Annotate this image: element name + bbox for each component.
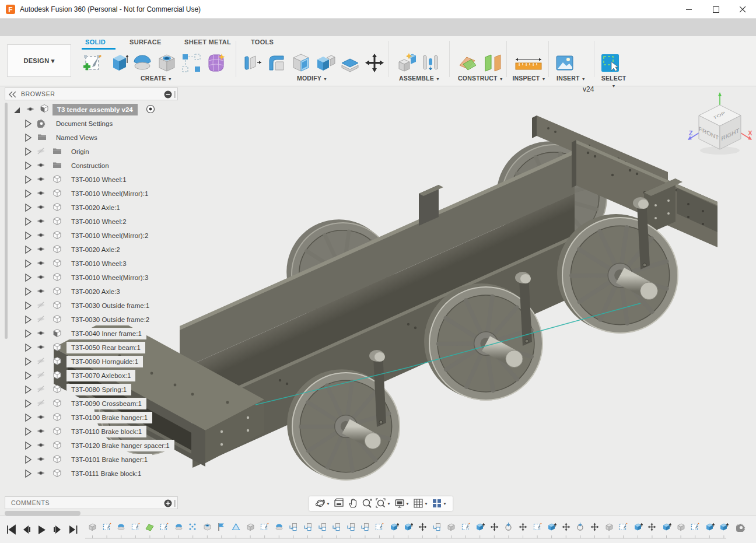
browser-item[interactable]: T3T-0070 Axlebox:1 bbox=[5, 369, 178, 383]
browser-item[interactable]: T3T-0010 Wheel(Mirror):2 bbox=[5, 229, 178, 243]
select-tool-button[interactable] bbox=[598, 51, 622, 75]
browser-item[interactable]: T3T-0100 Brake hanger:1 bbox=[5, 411, 178, 425]
browser-root-row[interactable]: T3 tender assembly v24 bbox=[5, 103, 178, 117]
insert-image-tool-button[interactable] bbox=[553, 51, 576, 75]
visibility-eye-icon[interactable] bbox=[36, 216, 46, 228]
expand-arrow-icon[interactable] bbox=[24, 316, 32, 324]
pan-icon[interactable] bbox=[348, 498, 358, 511]
visibility-eye-icon[interactable] bbox=[26, 104, 35, 116]
browser-item[interactable]: Construction bbox=[5, 159, 178, 173]
visibility-eye-icon[interactable] bbox=[36, 314, 46, 326]
fit-icon[interactable] bbox=[376, 498, 386, 511]
hole-tool-button[interactable] bbox=[155, 51, 178, 75]
expand-arrow-icon[interactable] bbox=[24, 442, 32, 450]
group-label-select[interactable]: SELECT ▼ bbox=[598, 75, 629, 89]
maximize-button[interactable] bbox=[702, 0, 729, 19]
ribbon-tab-solid[interactable]: SOLID bbox=[85, 38, 106, 45]
browser-item[interactable]: T3T-0030 Outside frame:2 bbox=[5, 313, 178, 327]
dropdown-caret[interactable]: ▼ bbox=[443, 502, 447, 506]
browser-scrollbar[interactable] bbox=[5, 103, 8, 339]
visibility-eye-icon[interactable] bbox=[36, 384, 46, 396]
expand-arrow-icon[interactable] bbox=[24, 274, 32, 282]
expand-arrow-icon[interactable] bbox=[24, 400, 32, 408]
browser-item[interactable]: T3T-0020 Axle:1 bbox=[5, 201, 178, 215]
expand-arrow-icon[interactable] bbox=[24, 414, 32, 422]
visibility-eye-icon[interactable] bbox=[36, 174, 46, 186]
group-label-modify[interactable]: MODIFY ▼ bbox=[240, 75, 384, 82]
expand-arrow-icon[interactable] bbox=[24, 358, 32, 366]
panel-collapse-circle-icon[interactable] bbox=[164, 90, 172, 99]
comments-panel[interactable]: COMMENTS bbox=[5, 496, 178, 509]
ribbon-tab-sheet-metal[interactable]: SHEET METAL bbox=[184, 38, 231, 45]
expand-arrow-icon[interactable] bbox=[13, 106, 21, 114]
browser-item[interactable]: T3T-0120 Brake hanger spacer:1 bbox=[5, 439, 178, 453]
browser-item[interactable]: T3T-0010 Wheel:2 bbox=[5, 215, 178, 229]
offset-face-tool-button[interactable] bbox=[338, 51, 362, 75]
dropdown-caret[interactable]: ▼ bbox=[326, 502, 330, 506]
browser-item[interactable]: T3T-0080 Spring:1 bbox=[5, 383, 178, 397]
ribbon-tab-surface[interactable]: SURFACE bbox=[130, 38, 162, 45]
expand-arrow-icon[interactable] bbox=[24, 456, 32, 464]
visibility-eye-icon[interactable] bbox=[36, 398, 46, 410]
browser-item[interactable]: T3T-0010 Wheel(Mirror):1 bbox=[5, 187, 178, 201]
visibility-eye-icon[interactable] bbox=[36, 342, 46, 354]
browser-item[interactable]: T3T-0030 Outside frame:1 bbox=[5, 299, 178, 313]
close-button[interactable] bbox=[729, 0, 756, 19]
shell-tool-button[interactable] bbox=[289, 51, 313, 75]
visibility-eye-icon[interactable] bbox=[36, 202, 46, 214]
orbit-icon[interactable] bbox=[315, 498, 326, 511]
revolve-tool-button[interactable] bbox=[131, 51, 154, 75]
form-tool-button[interactable] bbox=[204, 51, 228, 75]
expand-arrow-icon[interactable] bbox=[24, 190, 32, 198]
browser-item[interactable]: Origin bbox=[5, 145, 178, 159]
visibility-eye-icon[interactable] bbox=[36, 370, 46, 382]
visibility-eye-icon[interactable] bbox=[36, 426, 46, 438]
joint-tool-button[interactable] bbox=[419, 51, 442, 75]
box-tool-button[interactable] bbox=[106, 51, 130, 75]
create-sketch-tool-button[interactable] bbox=[82, 51, 105, 75]
browser-item[interactable]: T3T-0111 Brake block:1 bbox=[5, 467, 178, 481]
expand-arrow-icon[interactable] bbox=[24, 260, 32, 268]
minimize-button[interactable] bbox=[676, 0, 702, 19]
expand-arrow-icon[interactable] bbox=[24, 134, 32, 142]
grid-settings-icon[interactable] bbox=[413, 498, 424, 511]
visibility-eye-icon[interactable] bbox=[36, 468, 46, 480]
expand-arrow-icon[interactable] bbox=[24, 372, 32, 380]
design-workspace-dropdown[interactable]: DESIGN ▾ bbox=[7, 44, 71, 77]
group-label-construct[interactable]: CONSTRUCT ▼ bbox=[456, 75, 505, 82]
pattern-tool-button[interactable] bbox=[180, 51, 203, 75]
panel-grip[interactable] bbox=[174, 91, 176, 98]
panel-grip[interactable] bbox=[174, 500, 176, 507]
group-label-inspect[interactable]: INSPECT ▼ bbox=[511, 75, 547, 82]
visibility-eye-icon[interactable] bbox=[36, 454, 46, 466]
visibility-eye-icon[interactable] bbox=[36, 188, 46, 200]
expand-arrow-icon[interactable] bbox=[24, 176, 32, 184]
dropdown-caret[interactable]: ▼ bbox=[424, 502, 428, 506]
group-label-create[interactable]: CREATE ▼ bbox=[82, 75, 231, 82]
browser-item[interactable]: T3T-0101 Brake hanger:1 bbox=[5, 453, 178, 467]
fillet-tool-button[interactable] bbox=[265, 51, 288, 75]
move-tool-button[interactable] bbox=[363, 51, 386, 75]
browser-item[interactable]: T3T-0040 Inner frame:1 bbox=[5, 327, 178, 341]
group-label-assemble[interactable]: ASSEMBLE ▼ bbox=[394, 75, 444, 82]
expand-arrow-icon[interactable] bbox=[24, 148, 32, 156]
browser-item[interactable]: T3T-0020 Axle:3 bbox=[5, 285, 178, 299]
group-label-insert[interactable]: INSERT ▼ bbox=[553, 75, 589, 82]
visibility-eye-icon[interactable] bbox=[36, 356, 46, 368]
browser-item[interactable]: T3T-0060 Hornguide:1 bbox=[5, 355, 178, 369]
browser-hscrollbar[interactable] bbox=[5, 511, 80, 516]
browser-item[interactable]: T3T-0020 Axle:2 bbox=[5, 243, 178, 257]
expand-arrow-icon[interactable] bbox=[24, 218, 32, 226]
press-pull-tool-button[interactable] bbox=[240, 51, 264, 75]
browser-item[interactable]: T3T-0090 Crossbeam:1 bbox=[5, 397, 178, 411]
browser-item[interactable]: T3T-0010 Wheel:3 bbox=[5, 257, 178, 271]
dropdown-caret[interactable]: ▼ bbox=[387, 502, 391, 506]
expand-arrow-icon[interactable] bbox=[24, 428, 32, 436]
expand-arrow-icon[interactable] bbox=[24, 246, 32, 254]
browser-item[interactable]: T3T-0010 Wheel:1 bbox=[5, 173, 178, 187]
browser-panel-header[interactable]: BROWSER bbox=[5, 87, 178, 100]
combine-tool-button[interactable] bbox=[314, 51, 337, 75]
visibility-eye-icon[interactable] bbox=[36, 412, 46, 424]
expand-arrow-icon[interactable] bbox=[24, 344, 32, 352]
visibility-eye-icon[interactable] bbox=[36, 286, 46, 298]
